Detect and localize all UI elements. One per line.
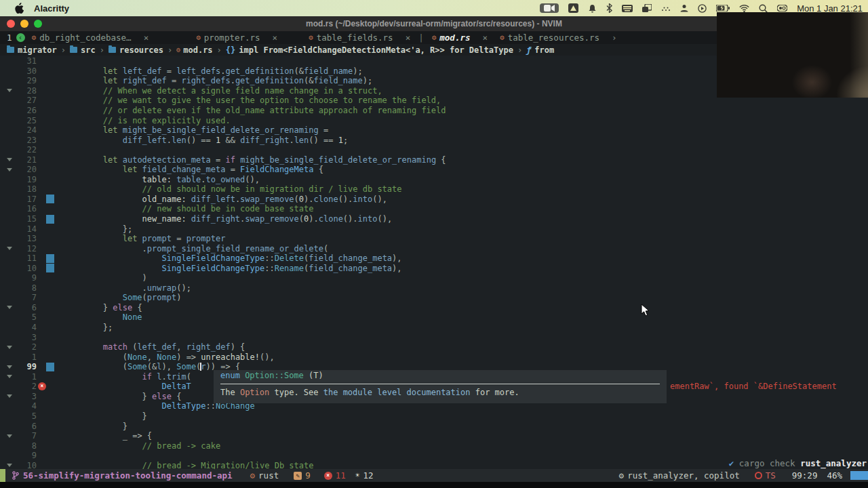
tab-db-right-codebase-[interactable]: ⚙db_right_codebase…×: [32, 33, 149, 43]
cursor-position: 99:29: [792, 470, 818, 481]
fold-column[interactable]: [0, 168, 19, 171]
code-line[interactable]: 7 Some(prompt): [0, 293, 868, 303]
code-line[interactable]: 10 SingleFieldChangeType::Rename(field_c…: [0, 263, 868, 273]
code-line[interactable]: 16 // new should be in code base state: [0, 204, 868, 214]
code-line[interactable]: 6 } else {: [0, 303, 868, 313]
play-circle-icon[interactable]: [698, 4, 707, 13]
code-line[interactable]: 11 SingleFieldChangeType::Delete(field_c…: [0, 253, 868, 264]
code-line[interactable]: 15 new_name: diff_right.swap_remove(0).c…: [0, 214, 868, 224]
fold-arrow-icon: [7, 394, 12, 398]
rust-file-icon: ⚙: [32, 33, 37, 42]
code-line[interactable]: 20 let field_change_meta = FieldChangeMe…: [0, 165, 868, 175]
spotlight-search-icon[interactable]: [759, 4, 768, 13]
tab-label: db_right_codebase…: [39, 33, 131, 43]
tab-prompter-rs[interactable]: ⚙prompter.rs×: [196, 33, 277, 43]
dots-status-icon[interactable]: [661, 5, 671, 12]
tab-table-fields-rs[interactable]: ⚙table_fields.rs×: [309, 33, 410, 43]
code-line[interactable]: 8 .unwrap();: [0, 283, 868, 293]
fold-arrow-icon: [7, 306, 12, 309]
app-menu-title[interactable]: Alacritty: [34, 3, 69, 14]
tab-close-icon[interactable]: ×: [482, 33, 488, 43]
screen-record-camera-icon[interactable]: [540, 3, 559, 13]
hover-doc-popup: enum Option::Some (T) The Option type. S…: [214, 370, 667, 403]
code-line[interactable]: 7 _ => {: [0, 431, 868, 441]
code-line[interactable]: 13 let prompt = prompter: [0, 234, 868, 244]
line-number: 16: [19, 204, 37, 214]
tab-separator: |: [418, 33, 424, 43]
treesitter-label: TS: [766, 470, 776, 481]
line-number: 13: [19, 234, 37, 243]
code-line[interactable]: 4 };: [0, 323, 868, 333]
code-line[interactable]: 19 table: table.to_owned(),: [0, 175, 868, 185]
error-count: 11: [336, 470, 346, 481]
fold-column[interactable]: [0, 434, 19, 438]
breadcrumb-segment[interactable]: ⚙mod.rs: [176, 45, 212, 55]
git-branch-segment: 56-simplify-migration-tooling-command-ap…: [12, 470, 233, 481]
code-line[interactable]: 21 let autodetection_meta = if might_be_…: [0, 155, 868, 165]
navigate-back-icon[interactable]: ‹: [16, 33, 25, 42]
tab-close-icon[interactable]: ×: [144, 33, 149, 43]
fold-column[interactable]: [0, 158, 19, 161]
code-line[interactable]: 18 // old should now be in migration dir…: [0, 184, 868, 195]
control-center-icon[interactable]: [777, 5, 787, 12]
fold-column[interactable]: [0, 464, 19, 467]
code-line[interactable]: 6 }: [0, 421, 868, 431]
code-line[interactable]: 5 }: [0, 411, 868, 422]
warning-triangle-icon[interactable]: [568, 3, 578, 13]
breadcrumb-segment[interactable]: resources: [108, 45, 163, 55]
breadcrumb-separator: ›: [167, 45, 172, 55]
git-branch-icon: [12, 471, 19, 480]
breadcrumb-segment[interactable]: src: [70, 45, 96, 55]
breadcrumb-separator: ›: [217, 45, 222, 55]
line-number: 29: [19, 76, 37, 85]
code-line[interactable]: 2 match (left_def, right_def) {: [0, 342, 868, 352]
apple-menu-icon[interactable]: [15, 3, 24, 14]
tab-mod-rs[interactable]: ⚙mod.rs×: [432, 33, 488, 43]
breadcrumb-segment[interactable]: ƒfrom: [526, 45, 554, 55]
code-line[interactable]: 9 ): [0, 273, 868, 283]
fold-arrow-icon: [7, 434, 12, 438]
user-switch-icon[interactable]: [680, 4, 688, 12]
fold-column[interactable]: [0, 306, 19, 309]
warning-icon: ✎: [294, 472, 302, 480]
breadcrumb-segment[interactable]: {}impl From<FieldChangeDetectionMeta<'a,…: [226, 45, 513, 55]
scrollbar-indicator[interactable]: [850, 471, 868, 480]
code-line[interactable]: 24 let might_be_single_field_delete_or_r…: [0, 125, 868, 136]
code-line[interactable]: 17 old_name: diff_left.swap_remove(0).cl…: [0, 195, 868, 205]
fold-column[interactable]: [0, 365, 19, 369]
git-branch-name: 56-simplify-migration-tooling-command-ap…: [23, 470, 233, 481]
fold-column[interactable]: [0, 375, 19, 378]
code-line[interactable]: 22: [0, 145, 868, 155]
code-line[interactable]: 25 // is not explicitly used.: [0, 115, 868, 125]
code-line[interactable]: 14 };: [0, 224, 868, 234]
code-line[interactable]: 5 None: [0, 312, 868, 323]
tab-table-resources-rs[interactable]: ⚙table_resources.rs›: [500, 33, 617, 43]
hover-doc-signature: enum Option::Some (T): [220, 371, 660, 381]
cargo-check-label: cargo check: [739, 458, 795, 468]
code-editor[interactable]: 3130 let left_def = left_defs.get_defini…: [0, 56, 868, 470]
tab-close-icon[interactable]: ×: [406, 33, 411, 43]
bluetooth-icon[interactable]: [606, 3, 612, 13]
fold-column[interactable]: [0, 394, 19, 398]
check-icon: ✔: [729, 458, 734, 468]
tab-overflow-icon[interactable]: ›: [612, 33, 617, 43]
fold-column[interactable]: [0, 89, 19, 92]
fold-column[interactable]: [0, 346, 19, 349]
battery-charging-icon[interactable]: [716, 5, 730, 12]
code-line[interactable]: 26 // or delete even if the old_name att…: [0, 106, 868, 116]
vim-mode-indicator: [0, 469, 5, 482]
code-line[interactable]: 8 // bread -> cake: [0, 441, 868, 451]
fold-column[interactable]: [0, 247, 19, 250]
notification-bell-icon[interactable]: [588, 4, 597, 13]
code-line[interactable]: 1 (None, None) => unreachable!(),: [0, 352, 868, 362]
code-line[interactable]: 23 diff_left.len() == 1 && diff_right.le…: [0, 135, 868, 145]
code-line[interactable]: 12 .prompt_single_field_rename_or_delete…: [0, 243, 868, 253]
tab-close-icon[interactable]: ×: [273, 33, 278, 43]
rust-filetype-icon: ⚙: [250, 470, 256, 481]
wifi-icon[interactable]: [739, 5, 749, 12]
stage-manager-icon[interactable]: [642, 4, 652, 12]
breadcrumb-segment[interactable]: migrator: [7, 45, 57, 55]
code-line[interactable]: 3: [0, 332, 868, 342]
keyboard-icon[interactable]: [622, 5, 633, 12]
gear-icon: ⚙: [619, 470, 625, 481]
